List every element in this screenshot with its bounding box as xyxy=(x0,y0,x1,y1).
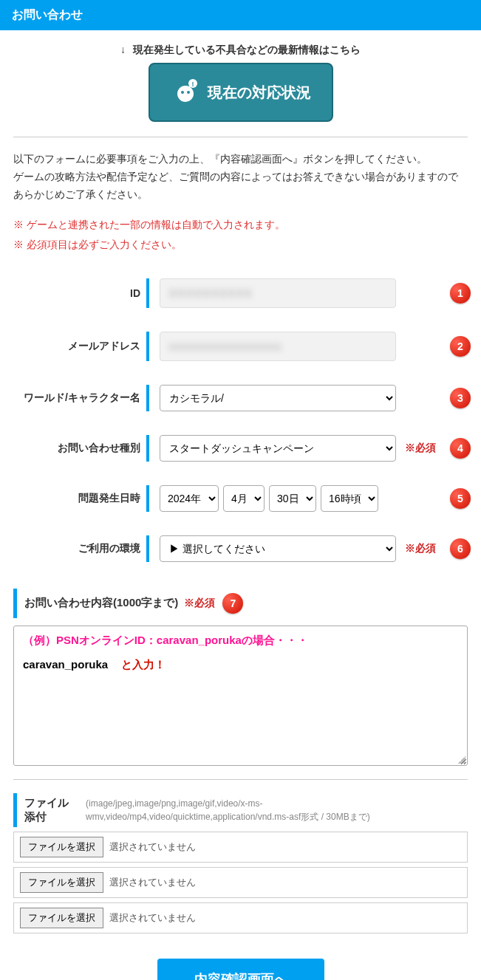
field-id: ID XXXXXXXXXX 1 xyxy=(13,267,468,320)
divider xyxy=(13,779,468,780)
badge-4: 4 xyxy=(450,438,471,459)
badge-1: 1 xyxy=(450,283,471,304)
email-input: xxxxxxxxxxxxxxxxx xyxy=(160,332,396,361)
category-select[interactable]: スタートダッシュキャンペーン xyxy=(160,435,396,462)
day-select[interactable]: 30日 xyxy=(269,485,316,512)
svg-point-1 xyxy=(181,91,184,94)
example-hint: と入力！ xyxy=(121,658,166,671)
example-value: caravan_poruka xyxy=(23,658,108,671)
field-bar xyxy=(146,485,149,512)
email-label: メールアドレス xyxy=(13,340,146,353)
svg-text:!: ! xyxy=(191,80,194,88)
attach-section-title: ファイル添付 (image/jpeg,image/png,image/gif,v… xyxy=(13,793,468,827)
page-header: お問い合わせ xyxy=(0,0,481,30)
status-button[interactable]: ! 現在の対応状況 xyxy=(149,63,333,122)
field-category: お問い合わせ種別 スタートダッシュキャンペーン ※必須 4 xyxy=(13,423,468,473)
id-input: XXXXXXXXXX xyxy=(160,278,396,308)
notice-text: 現在発生している不具合などの最新情報はこちら xyxy=(133,44,361,55)
red-notes: ※ ゲームと連携された一部の情報は自動で入力されます。 ※ 必須項目は必ずご入力… xyxy=(0,209,481,266)
field-bar xyxy=(146,435,149,462)
file-row-1: ファイルを選択 選択されていません xyxy=(13,832,468,863)
badge-7: 7 xyxy=(222,593,243,614)
content-section-title: お問い合わせ内容(1000字まで) ※必須 7 xyxy=(13,589,468,618)
email-value: xxxxxxxxxxxxxxxxx xyxy=(169,340,282,352)
file-status: 選択されていません xyxy=(109,840,196,854)
id-label: ID xyxy=(13,287,146,299)
field-env: ご利用の環境 ▶ 選択してください ※必須 6 xyxy=(13,524,468,574)
form-area: ID XXXXXXXXXX 1 メールアドレス xxxxxxxxxxxxxxxx… xyxy=(0,267,481,980)
mascot-icon: ! xyxy=(171,78,200,107)
content-textarea[interactable]: （例）PSNオンラインID：caravan_porukaの場合・・・ carav… xyxy=(13,626,468,766)
env-select[interactable]: ▶ 選択してください xyxy=(160,535,396,562)
svg-point-2 xyxy=(187,91,190,94)
required-label: ※必須 xyxy=(405,542,436,555)
notice-row: ↓ 現在発生している不具合などの最新情報はこちら xyxy=(0,30,481,63)
file-choose-button[interactable]: ファイルを選択 xyxy=(20,872,103,893)
file-row-3: ファイルを選択 選択されていません xyxy=(13,902,468,933)
field-bar xyxy=(146,278,149,308)
field-bar xyxy=(146,332,149,361)
field-date: 問題発生日時 2024年 4月 30日 16時頃 5 xyxy=(13,473,468,524)
hour-select[interactable]: 16時頃 xyxy=(321,485,378,512)
attach-title: ファイル添付 xyxy=(24,796,78,824)
example-line: （例）PSNオンラインID：caravan_porukaの場合・・・ xyxy=(23,634,458,648)
content-title: お問い合わせ内容(1000字まで) xyxy=(24,596,178,610)
red-note-1: ※ ゲームと連携された一部の情報は自動で入力されます。 xyxy=(13,215,468,235)
category-label: お問い合わせ種別 xyxy=(13,442,146,455)
required-label: ※必須 xyxy=(184,597,215,610)
world-select[interactable]: カシモラル/ xyxy=(160,385,396,411)
instructions-line1: 以下のフォームに必要事項をご入力の上、『内容確認画面へ』ボタンを押してください。 xyxy=(13,151,468,168)
month-select[interactable]: 4月 xyxy=(223,485,265,512)
badge-5: 5 xyxy=(450,488,471,509)
instructions-line2: ゲームの攻略方法や配信予定など、ご質問の内容によってはお答えできない場合がありま… xyxy=(13,168,468,204)
field-bar xyxy=(146,385,149,411)
field-world: ワールド/キャラクター名 カシモラル/ 3 xyxy=(13,373,468,423)
file-status: 選択されていません xyxy=(109,911,196,925)
date-label: 問題発生日時 xyxy=(13,492,146,505)
file-choose-button[interactable]: ファイルを選択 xyxy=(20,837,103,857)
file-row-2: ファイルを選択 選択されていません xyxy=(13,867,468,898)
file-status: 選択されていません xyxy=(109,876,196,889)
red-note-2: ※ 必須項目は必ずご入力ください。 xyxy=(13,235,468,255)
instructions: 以下のフォームに必要事項をご入力の上、『内容確認画面へ』ボタンを押してください。… xyxy=(0,137,481,209)
status-button-label: 現在の対応状況 xyxy=(208,83,311,103)
attach-hint: (image/jpeg,image/png,image/gif,video/x-… xyxy=(86,797,460,823)
required-label: ※必須 xyxy=(405,442,436,455)
file-choose-button[interactable]: ファイルを選択 xyxy=(20,908,103,928)
world-label: ワールド/キャラクター名 xyxy=(13,391,146,405)
page-title: お問い合わせ xyxy=(12,8,83,21)
down-arrow-icon: ↓ xyxy=(120,44,126,55)
env-label: ご利用の環境 xyxy=(13,542,146,555)
id-value: XXXXXXXXXX xyxy=(169,287,253,299)
svg-point-0 xyxy=(177,86,194,102)
field-bar xyxy=(146,535,149,562)
badge-6: 6 xyxy=(450,538,471,559)
badge-2: 2 xyxy=(450,336,471,357)
badge-3: 3 xyxy=(450,388,471,408)
year-select[interactable]: 2024年 xyxy=(160,485,219,512)
submit-button[interactable]: 内容確認画面へ xyxy=(157,959,324,980)
field-email: メールアドレス xxxxxxxxxxxxxxxxx 2 xyxy=(13,320,468,373)
